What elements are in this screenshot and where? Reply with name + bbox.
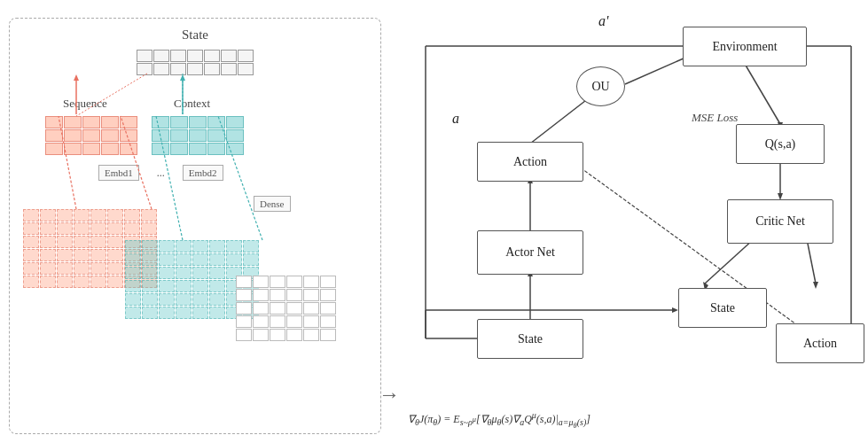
right-panel: a' a Environment OU MSE Loss Q(s,a) Acti… — [399, 9, 859, 434]
svg-line-22 — [530, 97, 590, 144]
teal-small-matrix — [152, 116, 244, 155]
svg-line-16 — [807, 239, 816, 284]
svg-line-24 — [625, 55, 692, 84]
svg-line-10 — [745, 64, 780, 124]
state-critic-box: State — [678, 288, 767, 328]
svg-marker-9 — [180, 74, 185, 81]
q-sa-box: Q(s,a) — [736, 124, 825, 164]
gradient-equation: ∇θJ(πθ) = Es~ρμ[∇θμθ(s)∇aQμ(s,a)|a=μθ(s)… — [408, 410, 590, 430]
environment-box: Environment — [683, 27, 807, 66]
svg-marker-7 — [74, 74, 79, 81]
white-dense-grid — [236, 276, 336, 341]
action-top-box: Action — [477, 142, 583, 182]
embd-container: Embd1 ... Embd2 — [98, 165, 223, 181]
ou-circle: OU — [576, 66, 625, 106]
embd2-box: Embd2 — [183, 165, 223, 181]
state-actor-box: State — [477, 319, 583, 359]
sequence-label: Sequence — [63, 97, 107, 111]
state-grid — [137, 50, 254, 75]
context-label: Context — [174, 97, 210, 111]
a-label: a — [452, 111, 459, 127]
action-critic-box: Action — [776, 323, 864, 363]
svg-marker-36 — [672, 307, 678, 313]
actor-net-box: Actor Net — [477, 230, 583, 275]
critic-net-box: Critic Net — [727, 199, 833, 244]
embd1-box: Embd1 — [98, 165, 139, 181]
svg-marker-17 — [813, 282, 818, 289]
svg-line-14 — [705, 239, 754, 284]
pink-small-matrix — [45, 116, 137, 155]
left-panel: State Sequence Context — [9, 18, 381, 434]
embd-dots: ... — [157, 167, 165, 180]
mse-loss-label: MSE Loss — [692, 111, 738, 125]
arrow-to-right: → — [379, 383, 400, 407]
dense-box: Dense — [254, 196, 291, 212]
state-top-label: State — [182, 27, 208, 43]
a-prime-label: a' — [598, 13, 608, 29]
